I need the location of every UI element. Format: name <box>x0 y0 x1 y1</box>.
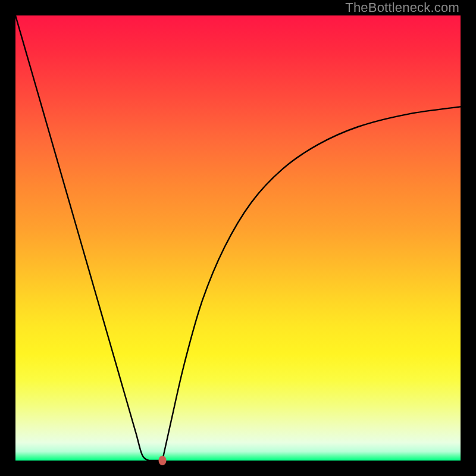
watermark-text: TheBottleneck.com <box>345 0 459 15</box>
curve-path <box>15 15 461 464</box>
chart-frame: TheBottleneck.com <box>0 0 476 476</box>
minimum-marker <box>158 456 166 465</box>
bottleneck-curve <box>15 15 461 461</box>
